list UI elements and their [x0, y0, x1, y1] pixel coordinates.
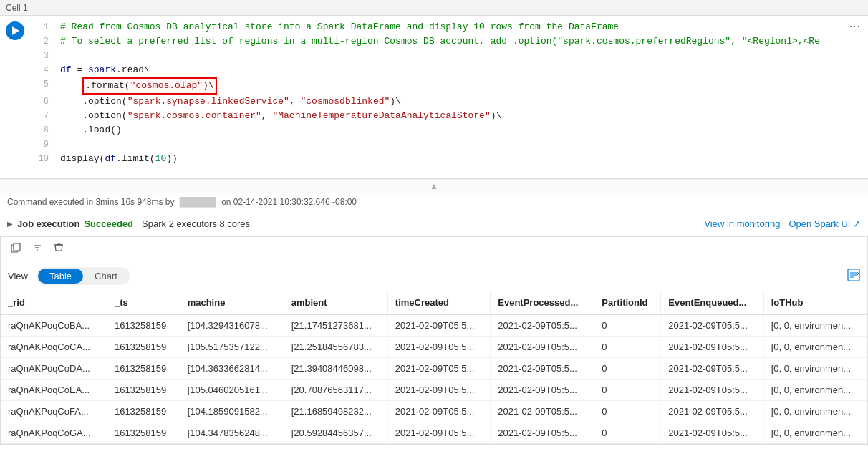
- table-cell: raQnAKPoqCoCA...: [1, 337, 107, 358]
- table-cell: 1613258159: [107, 401, 180, 422]
- table-cell: [0, 0, environmen...: [763, 380, 867, 401]
- col-header-eventProcessed: EventProcessed...: [491, 291, 594, 314]
- table-cell: 2021-02-09T05:5...: [387, 337, 490, 358]
- table-cell: raQnAKPoqCoGA...: [1, 422, 107, 444]
- code-line-8: 8 .load(): [32, 123, 865, 137]
- table-cell: 2021-02-09T05:5...: [491, 337, 594, 358]
- table-cell: 2021-02-09T05:5...: [387, 358, 490, 380]
- table-cell: [0, 0, environmen...: [763, 401, 867, 422]
- job-links: View in monitoring Open Spark UI ↗: [704, 218, 861, 229]
- chart-view-button[interactable]: Chart: [83, 269, 129, 284]
- filter-icon-button[interactable]: [29, 241, 45, 256]
- table-cell: 2021-02-09T05:5...: [491, 314, 594, 337]
- run-button[interactable]: [6, 21, 24, 40]
- table-cell: 0: [594, 358, 661, 380]
- expand-chevron-icon[interactable]: ▶: [7, 220, 13, 228]
- table-cell: [105.5175357122...: [180, 337, 284, 358]
- code-line-3: 3: [32, 49, 865, 63]
- table-cell: 0: [594, 314, 661, 337]
- table-cell: 2021-02-09T05:5...: [387, 314, 490, 337]
- code-line-6: 6 .option("spark.synapse.linkedService",…: [32, 95, 865, 109]
- more-options-button[interactable]: ···: [849, 20, 861, 33]
- code-line-4: 4 df = spark.read\: [32, 63, 865, 77]
- table-cell: [0, 0, environmen...: [763, 314, 867, 337]
- view-toggle-group: Table Chart: [37, 267, 130, 285]
- view-toggle-bar: View Table Chart: [1, 261, 867, 291]
- table-cell: 2021-02-09T05:5...: [491, 358, 594, 380]
- table-cell: raQnAKPoqCoEA...: [1, 380, 107, 401]
- clear-icon-button[interactable]: [51, 241, 67, 256]
- job-status: Succeeded: [84, 218, 133, 229]
- table-cell: 2021-02-09T05:5...: [661, 380, 763, 401]
- table-cell: 1613258159: [107, 380, 180, 401]
- col-header-ambient: ambient: [284, 291, 387, 314]
- table-cell: [20.70876563117...: [284, 380, 387, 401]
- table-cell: 1613258159: [107, 337, 180, 358]
- table-cell: 2021-02-09T05:5...: [661, 401, 763, 422]
- view-monitoring-button[interactable]: View in monitoring: [704, 218, 780, 229]
- table-row: raQnAKPoqCoGA...1613258159[104.347835624…: [1, 422, 867, 444]
- status-bar: Command executed in 3mins 16s 948ms by █…: [0, 193, 868, 211]
- table-row: raQnAKPoqCoCA...1613258159[105.517535712…: [1, 337, 867, 358]
- table-cell: 2021-02-09T05:5...: [387, 380, 490, 401]
- table-cell: 2021-02-09T05:5...: [387, 422, 490, 444]
- table-cell: 2021-02-09T05:5...: [661, 314, 763, 337]
- table-cell: [104.3633662814...: [180, 358, 284, 380]
- data-table-wrapper: _rid _ts machine ambient timeCreated Eve…: [1, 291, 867, 444]
- code-line-7: 7 .option("spark.cosmos.container", "Mac…: [32, 109, 865, 123]
- col-header-ts: _ts: [107, 291, 180, 314]
- col-header-iotHub: IoTHub: [763, 291, 867, 314]
- results-toolbar: [1, 237, 867, 261]
- code-section: 1 # Read from Cosmos DB analytical store…: [0, 16, 868, 179]
- table-row: raQnAKPoqCoBA...1613258159[104.329431607…: [1, 314, 867, 337]
- col-header-rid: _rid: [1, 291, 107, 314]
- table-cell: raQnAKPoqCoBA...: [1, 314, 107, 337]
- table-cell: raQnAKPoqCoFA...: [1, 401, 107, 422]
- table-cell: [21.39408446098...: [284, 358, 387, 380]
- export-icon-button[interactable]: [847, 269, 860, 284]
- table-cell: 0: [594, 380, 661, 401]
- table-cell: [21.17451273681...: [284, 314, 387, 337]
- table-view-button[interactable]: Table: [38, 269, 83, 284]
- table-cell: 0: [594, 422, 661, 444]
- table-cell: 2021-02-09T05:5...: [387, 401, 490, 422]
- table-cell: [104.1859091582...: [180, 401, 284, 422]
- table-cell: [104.3294316078...: [180, 314, 284, 337]
- table-cell: [105.0460205161...: [180, 380, 284, 401]
- table-cell: 2021-02-09T05:5...: [661, 358, 763, 380]
- table-cell: [21.25184556783...: [284, 337, 387, 358]
- job-label: Job execution: [17, 218, 79, 229]
- cell-label: Cell 1: [6, 3, 28, 13]
- table-cell: 2021-02-09T05:5...: [491, 401, 594, 422]
- table-header-row: _rid _ts machine ambient timeCreated Eve…: [1, 291, 867, 314]
- view-label: View: [8, 271, 28, 281]
- table-cell: 2021-02-09T05:5...: [661, 337, 763, 358]
- table-cell: [0, 0, environmen...: [763, 337, 867, 358]
- user-placeholder: ██████: [180, 197, 216, 207]
- table-cell: raQnAKPoqCoDA...: [1, 358, 107, 380]
- code-line-2: 2 # To select a preferred list of region…: [32, 34, 865, 49]
- table-cell: [104.3478356248...: [180, 422, 284, 444]
- table-cell: 2021-02-09T05:5...: [491, 422, 594, 444]
- code-toolbar: [6, 21, 24, 40]
- table-row: raQnAKPoqCoEA...1613258159[105.046020516…: [1, 380, 867, 401]
- copy-icon-button[interactable]: [8, 241, 24, 256]
- code-content: 1 # Read from Cosmos DB analytical store…: [0, 16, 868, 170]
- svg-rect-1: [14, 243, 20, 251]
- table-cell: 1613258159: [107, 422, 180, 444]
- table-cell: [0, 0, environmen...: [763, 358, 867, 380]
- table-cell: 2021-02-09T05:5...: [491, 380, 594, 401]
- table-cell: [20.59284456357...: [284, 422, 387, 444]
- job-execution-bar: ▶ Job execution Succeeded Spark 2 execut…: [0, 211, 868, 237]
- code-line-9: 9: [32, 137, 865, 152]
- open-spark-ui-button[interactable]: Open Spark UI ↗: [789, 218, 861, 229]
- code-line-10: 10 display(df.limit(10)): [32, 152, 865, 166]
- col-header-partitionId: PartitionId: [594, 291, 661, 314]
- job-info: Spark 2 executors 8 cores: [142, 218, 250, 229]
- table-cell: 1613258159: [107, 358, 180, 380]
- table-cell: 0: [594, 337, 661, 358]
- cell-header: Cell 1: [0, 0, 868, 16]
- collapse-arrow[interactable]: ▲: [0, 179, 868, 193]
- status-text: Command executed in 3mins 16s 948ms by █…: [7, 197, 357, 207]
- table-cell: 2021-02-09T05:5...: [661, 422, 763, 444]
